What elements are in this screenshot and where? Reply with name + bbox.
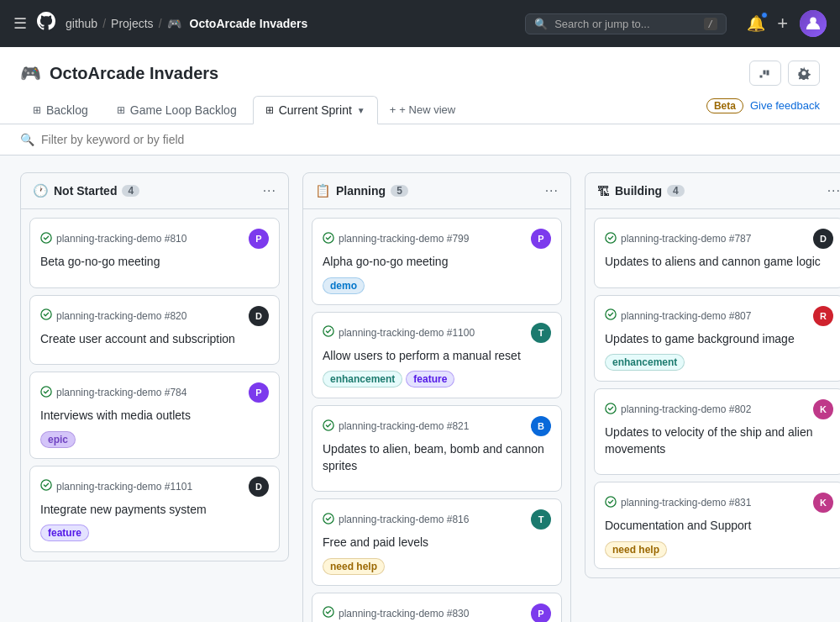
card-header-card-802: planning-tracking-demo #802 K	[605, 399, 833, 419]
card-title-card-802: Updates to velocity of the ship and alie…	[605, 424, 833, 457]
tab-gameloop-label: Game Loop Backlog	[130, 103, 237, 117]
search-bar[interactable]: 🔍 Search or jump to... /	[525, 13, 727, 34]
card-avatar-card-799: P	[531, 229, 551, 249]
project-emoji: 🎮	[20, 63, 41, 83]
avatar-letter-card-802: K	[820, 404, 827, 414]
project-title-row: 🎮 OctoArcade Invaders	[20, 61, 820, 86]
card-meta-card-821: planning-tracking-demo #821	[323, 419, 469, 434]
card-repo-card-784[interactable]: planning-tracking-demo #784	[56, 387, 186, 398]
column-not-started: 🕐 Not Started 4 ··· planning-tracking-de…	[20, 172, 289, 561]
avatar-letter-card-831: K	[820, 498, 827, 508]
breadcrumb-current: OctoArcade Invaders	[190, 17, 308, 30]
column-menu-planning[interactable]: ···	[545, 183, 559, 198]
card-repo-card-831[interactable]: planning-tracking-demo #831	[621, 497, 751, 509]
card-repo-card-787[interactable]: planning-tracking-demo #787	[621, 233, 751, 245]
insights-button[interactable]	[749, 61, 781, 86]
card-meta-card-807: planning-tracking-demo #807	[605, 308, 751, 323]
card-card-830[interactable]: planning-tracking-demo #830 P Coordinate…	[312, 593, 562, 622]
filter-bar: 🔍	[0, 124, 840, 156]
card-title-card-1100: Allow users to perform a manual reset	[323, 348, 551, 365]
tab-gameloop[interactable]: ⊞ Game Loop Backlog	[104, 96, 249, 124]
card-avatar-card-784: P	[249, 382, 269, 403]
card-card-802[interactable]: planning-tracking-demo #802 K Updates to…	[594, 388, 840, 475]
card-card-807[interactable]: planning-tracking-demo #807 R Updates to…	[594, 295, 840, 382]
column-title-planning: Planning	[336, 184, 386, 198]
card-repo-card-821[interactable]: planning-tracking-demo #821	[339, 420, 469, 432]
card-meta-card-810: planning-tracking-demo #810	[40, 232, 186, 246]
card-card-1101[interactable]: planning-tracking-demo #1101 D Integrate…	[29, 466, 280, 553]
status-icon-card-787	[605, 232, 617, 246]
tab-backlog[interactable]: ⊞ Backlog	[20, 96, 101, 124]
card-title-card-784: Interviews with media outlets	[40, 408, 269, 424]
card-repo-card-802[interactable]: planning-tracking-demo #802	[621, 403, 751, 415]
avatar-letter-card-816: T	[538, 514, 544, 524]
card-repo-card-1101[interactable]: planning-tracking-demo #1101	[56, 481, 192, 493]
card-repo-card-816[interactable]: planning-tracking-demo #816	[339, 514, 469, 525]
settings-button[interactable]	[788, 61, 820, 86]
card-title-card-820: Create user account and subscription	[40, 331, 269, 348]
label-enhancement: enhancement	[605, 354, 685, 371]
card-repo-card-799[interactable]: planning-tracking-demo #799	[339, 233, 469, 245]
column-icon-planning: 📋	[315, 183, 331, 198]
card-avatar-card-821: B	[531, 416, 551, 436]
card-card-787[interactable]: planning-tracking-demo #787 D Updates to…	[594, 218, 840, 288]
card-card-831[interactable]: planning-tracking-demo #831 K Documentat…	[594, 482, 840, 569]
new-view-button[interactable]: + + New view	[381, 98, 464, 121]
tab-currentsprint-label: Current Sprint	[279, 103, 352, 117]
card-card-810[interactable]: planning-tracking-demo #810 P Beta go-no…	[29, 218, 280, 288]
column-menu-not-started[interactable]: ···	[263, 183, 276, 198]
card-title-card-799: Alpha go-no-go meeting	[323, 254, 551, 271]
card-title-card-816: Free and paid levels	[323, 535, 551, 551]
card-card-821[interactable]: planning-tracking-demo #821 B Updates to…	[312, 405, 562, 492]
filter-input[interactable]	[41, 133, 293, 146]
card-meta-card-831: planning-tracking-demo #831	[605, 496, 751, 510]
card-repo-card-1100[interactable]: planning-tracking-demo #1100	[339, 327, 475, 339]
tab-currentsprint[interactable]: ⊞ Current Sprint ▼	[253, 96, 378, 124]
label-demo: demo	[323, 277, 365, 294]
column-count-not-started: 4	[122, 185, 139, 197]
column-cards-building: planning-tracking-demo #787 D Updates to…	[585, 209, 840, 577]
column-cards-not-started: planning-tracking-demo #810 P Beta go-no…	[21, 209, 288, 561]
add-icon[interactable]: +	[777, 13, 788, 34]
card-repo-card-830[interactable]: planning-tracking-demo #830	[339, 608, 469, 619]
status-icon-card-821	[323, 419, 334, 434]
card-title-card-807: Updates to game background image	[605, 331, 833, 348]
avatar[interactable]	[800, 10, 827, 37]
card-card-784[interactable]: planning-tracking-demo #784 P Interviews…	[29, 372, 280, 459]
card-card-820[interactable]: planning-tracking-demo #820 D Create use…	[29, 295, 280, 366]
label-enhancement: enhancement	[323, 371, 402, 387]
column-menu-building[interactable]: ···	[827, 183, 840, 198]
label-epic: epic	[40, 431, 76, 448]
column-building: 🏗 Building 4 ··· planning-tracking-demo …	[585, 172, 840, 578]
beta-badge: Beta	[706, 98, 743, 113]
breadcrumb-projects[interactable]: Projects	[111, 17, 154, 30]
table-icon: ⊞	[33, 104, 41, 116]
card-header-card-830: planning-tracking-demo #830 P	[323, 604, 551, 622]
card-card-799[interactable]: planning-tracking-demo #799 P Alpha go-n…	[312, 218, 562, 305]
search-placeholder: Search or jump to...	[554, 18, 649, 30]
column-title-not-started: Not Started	[54, 184, 117, 198]
tab-dropdown-icon[interactable]: ▼	[357, 106, 365, 115]
status-icon-card-816	[323, 513, 334, 527]
search-icon: 🔍	[534, 18, 548, 30]
card-header-card-807: planning-tracking-demo #807 R	[605, 306, 833, 326]
card-header-card-799: planning-tracking-demo #799 P	[323, 229, 551, 249]
card-avatar-card-807: R	[813, 306, 833, 326]
card-card-1100[interactable]: planning-tracking-demo #1100 T Allow use…	[312, 312, 562, 399]
avatar-letter-card-799: P	[538, 234, 543, 244]
feedback-link[interactable]: Give feedback	[750, 99, 820, 112]
card-card-816[interactable]: planning-tracking-demo #816 T Free and p…	[312, 498, 562, 586]
status-icon-card-802	[605, 403, 617, 417]
nav-icons: 🔔 +	[747, 10, 827, 37]
notification-icon[interactable]: 🔔	[747, 14, 765, 33]
card-meta-card-787: planning-tracking-demo #787	[605, 232, 751, 246]
status-icon-card-784	[40, 386, 52, 400]
card-repo-card-820[interactable]: planning-tracking-demo #820	[56, 310, 186, 322]
card-repo-card-807[interactable]: planning-tracking-demo #807	[621, 310, 751, 322]
hamburger-menu[interactable]: ☰	[13, 14, 27, 33]
project-title: 🎮 OctoArcade Invaders	[20, 63, 218, 83]
card-repo-card-810[interactable]: planning-tracking-demo #810	[56, 233, 186, 245]
column-planning: 📋 Planning 5 ··· planning-tracking-demo …	[302, 172, 571, 622]
card-avatar-card-802: K	[813, 399, 833, 419]
breadcrumb-github[interactable]: github	[66, 17, 97, 30]
